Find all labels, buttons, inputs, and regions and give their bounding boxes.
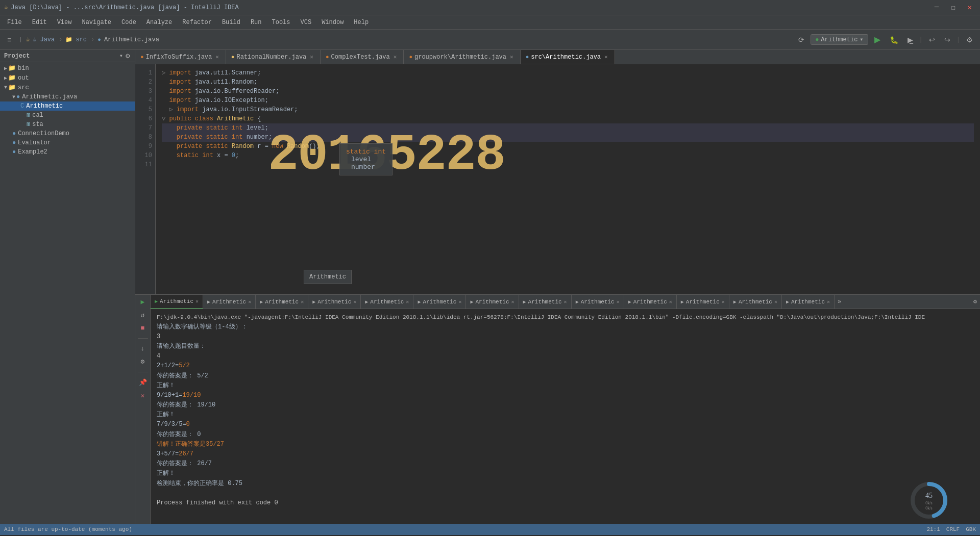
tab-groupwork-arithmetic[interactable]: ● groupwork\Arithmetic.java ✕ xyxy=(404,50,520,64)
run-play-button[interactable]: ▶ xyxy=(137,297,149,307)
tree-item-arithmetic[interactable]: C Arithmetic xyxy=(0,101,135,111)
run-close[interactable]: ✕ xyxy=(137,391,149,401)
menu-navigate[interactable]: Navigate xyxy=(77,17,116,28)
run-scroll-end[interactable]: ↓ xyxy=(137,344,149,353)
tree-item-bin[interactable]: ▶ 📁 bin xyxy=(0,63,135,73)
run-tab-6[interactable]: ▶ Arithmetic ✕ xyxy=(413,295,466,309)
status-message: All files are up-to-date (moments ago) xyxy=(4,526,132,532)
tree-item-src[interactable]: ▼ 📁 src xyxy=(0,83,135,92)
run-content-area: ▶ Arithmetic ✕ ▶ Arithmetic ✕ ▶ Arithmet… xyxy=(151,295,980,524)
run-tab-close-12[interactable]: ✕ xyxy=(774,299,777,305)
run-tab-3[interactable]: ▶ Arithmetic ✕ xyxy=(256,295,308,309)
tree-item-connectiondemo[interactable]: ● ConnectionDemo xyxy=(0,129,135,138)
run-settings[interactable]: ⚙ xyxy=(137,356,149,367)
sidebar-toggle[interactable]: ▾ xyxy=(119,52,123,60)
tree-item-example2[interactable]: ● Example2 xyxy=(0,147,135,157)
menu-refactor[interactable]: Refactor xyxy=(177,17,217,28)
run-tab-5[interactable]: ▶ Arithmetic ✕ xyxy=(361,295,413,309)
run-tab-close-6[interactable]: ✕ xyxy=(458,299,461,305)
code-editor[interactable]: ▷ import java.util.Scanner; import java.… xyxy=(156,64,980,294)
tab-infixtosuffix[interactable]: ● InfixToSuffix.java ✕ xyxy=(135,50,226,64)
tree-item-out[interactable]: ▶ 📁 out xyxy=(0,73,135,83)
toolbar-settings[interactable]: ⚙ xyxy=(963,34,976,46)
run-tab-close-4[interactable]: ✕ xyxy=(353,299,356,305)
menu-window[interactable]: Window xyxy=(316,17,349,28)
status-line-ending[interactable]: CRLF xyxy=(946,526,960,532)
tab-rationalnumber[interactable]: ● RationalNumber.java ✕ xyxy=(226,50,321,64)
tab-close-5[interactable]: ✕ xyxy=(603,53,609,61)
run-tab-close-3[interactable]: ✕ xyxy=(301,299,304,305)
run-output: F:\jdk-9.0.4\bin\java.exe "-javaagent:F:… xyxy=(151,309,980,524)
tab-close-3[interactable]: ✕ xyxy=(392,53,399,61)
menu-vcs[interactable]: VCS xyxy=(296,17,317,28)
run-tabs: ▶ Arithmetic ✕ ▶ Arithmetic ✕ ▶ Arithmet… xyxy=(151,295,980,309)
menu-help[interactable]: Help xyxy=(349,17,374,28)
run-tab-8[interactable]: ▶ Arithmetic ✕ xyxy=(519,295,572,309)
run-tab-12[interactable]: ▶ Arithmetic ✕ xyxy=(729,295,782,309)
run-tab-9[interactable]: ▶ Arithmetic ✕ xyxy=(572,295,624,309)
tree-item-arithmetic-java[interactable]: ▼ ● Arithmetic.java xyxy=(0,92,135,101)
run-tab-4[interactable]: ▶ Arithmetic ✕ xyxy=(308,295,361,309)
menu-analyze[interactable]: Analyze xyxy=(141,17,177,28)
run-tabs-overflow[interactable]: » xyxy=(835,298,844,305)
run-line-q3: 7/9/3/5=0 xyxy=(157,420,974,429)
run-tab-11[interactable]: ▶ Arithmetic ✕ xyxy=(677,295,729,309)
tab-close-2[interactable]: ✕ xyxy=(308,53,315,61)
tab-complextest[interactable]: ● ComplexTest.java ✕ xyxy=(321,50,404,64)
menu-file[interactable]: File xyxy=(2,17,27,28)
run-tab-close-11[interactable]: ✕ xyxy=(722,299,725,305)
minimize-button[interactable]: ─ xyxy=(930,2,943,13)
run-tab-close-2[interactable]: ✕ xyxy=(248,299,251,305)
sidebar: Project ▾ ⚙ ▶ 📁 bin ▶ 📁 out ▼ 📁 src ▼ xyxy=(0,50,135,524)
run-line-c2: 正解！ xyxy=(157,410,974,420)
tab-close-1[interactable]: ✕ xyxy=(214,53,220,61)
editor-run-container: ● InfixToSuffix.java ✕ ● RationalNumber.… xyxy=(135,50,980,524)
run-tabs-settings[interactable]: ⚙ xyxy=(970,298,980,305)
menu-code[interactable]: Code xyxy=(116,17,141,28)
run-line-q4: 3+5/7=26/7 xyxy=(157,449,974,459)
run-button[interactable]: ▶ xyxy=(871,33,884,46)
toolbar-rerun[interactable]: ⟳ xyxy=(795,34,807,46)
menu-run[interactable]: Run xyxy=(246,17,267,28)
sidebar-settings[interactable]: ⚙ xyxy=(125,53,131,60)
run-stop-button[interactable]: ■ xyxy=(137,323,149,333)
run-rerun-button[interactable]: ↺ xyxy=(137,310,149,320)
run-tab-2[interactable]: ▶ Arithmetic ✕ xyxy=(203,295,256,309)
close-button[interactable]: ✕ xyxy=(964,2,976,13)
run-line-q2: 9/10+1=19/10 xyxy=(157,391,974,400)
tab-close-4[interactable]: ✕ xyxy=(508,53,515,61)
run-tab-close-9[interactable]: ✕ xyxy=(617,299,620,305)
code-line-10: private static Random r = new Random(); xyxy=(162,142,974,151)
run-tab-13[interactable]: ▶ Arithmetic ✕ xyxy=(782,295,835,309)
run-tab-close-10[interactable]: ✕ xyxy=(669,299,672,305)
sidebar-header: Project ▾ ⚙ xyxy=(0,50,135,62)
toolbar: ≡ | ☕ ☕ Java › 📁 src › ● Arithmetic.java… xyxy=(0,30,980,50)
tree-item-cal[interactable]: m cal xyxy=(0,111,135,120)
menu-edit[interactable]: Edit xyxy=(27,17,52,28)
run-tab-close-5[interactable]: ✕ xyxy=(406,299,409,305)
status-position[interactable]: 21:1 xyxy=(926,526,940,532)
run-tab-close-8[interactable]: ✕ xyxy=(564,299,567,305)
run-tab-close-7[interactable]: ✕ xyxy=(511,299,514,305)
menu-tools[interactable]: Tools xyxy=(267,17,296,28)
menu-view[interactable]: View xyxy=(52,17,77,28)
run-tab-close-1[interactable]: ✕ xyxy=(195,298,199,304)
maximize-button[interactable]: ☐ xyxy=(947,2,959,13)
debug-button[interactable]: 🐛 xyxy=(887,34,901,46)
run-tab-10[interactable]: ▶ Arithmetic ✕ xyxy=(624,295,677,309)
toolbar-btn-1[interactable]: ≡ xyxy=(4,34,14,46)
tab-src-arithmetic[interactable]: ● src\Arithmetic.java ✕ xyxy=(521,50,615,64)
menu-build[interactable]: Build xyxy=(217,17,246,28)
tree-item-sta[interactable]: m sta xyxy=(0,120,135,129)
run-tab-7[interactable]: ▶ Arithmetic ✕ xyxy=(466,295,519,309)
toolbar-undo[interactable]: ↩ xyxy=(926,34,938,46)
run-tab-close-13[interactable]: ✕ xyxy=(827,299,830,305)
toolbar-redo[interactable]: ↪ xyxy=(941,34,953,46)
run-line-a4: 你的答案是： 26/7 xyxy=(157,459,974,469)
run-coverage[interactable]: ▶̲ xyxy=(904,34,916,46)
tree-item-evaluator[interactable]: ● Evaluator xyxy=(0,138,135,147)
status-encoding[interactable]: GBK xyxy=(966,526,976,532)
run-tab-1[interactable]: ▶ Arithmetic ✕ xyxy=(151,295,203,309)
run-config[interactable]: ● Arithmetic ▾ xyxy=(811,34,868,45)
run-pin[interactable]: 📌 xyxy=(137,377,149,388)
